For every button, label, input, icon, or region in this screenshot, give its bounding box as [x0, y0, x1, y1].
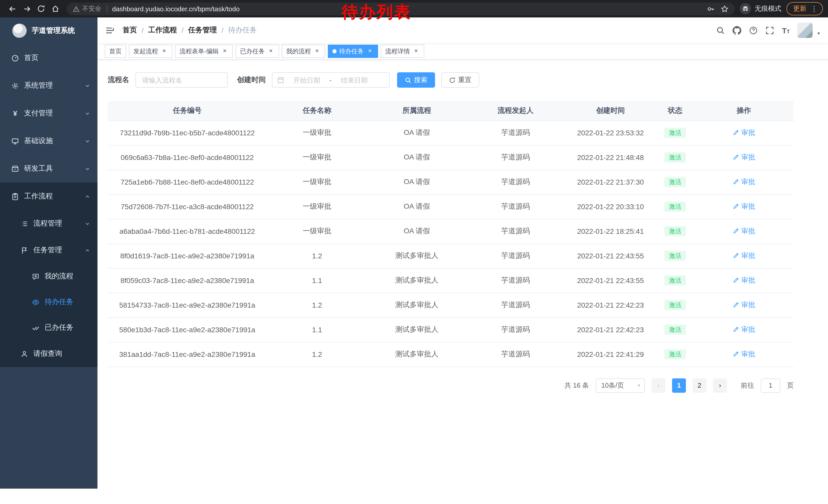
tab-process-form-edit[interactable]: 流程表单-编辑 ×: [175, 45, 233, 58]
github-icon[interactable]: [733, 26, 741, 35]
hamburger-icon: [106, 26, 114, 35]
approve-button[interactable]: 审批: [733, 276, 755, 285]
cell-actions: 审批: [694, 219, 794, 243]
tab-launch-process[interactable]: 发起流程 ×: [129, 45, 172, 58]
toolbox-icon: [11, 165, 19, 173]
tab-home[interactable]: 首页: [105, 45, 126, 58]
cell-actions: 审批: [694, 194, 794, 219]
browser-home-button[interactable]: [48, 2, 63, 16]
logo-avatar: [12, 24, 27, 38]
breadcrumb-task-mgmt[interactable]: 任务管理: [188, 26, 217, 35]
page-2-button[interactable]: 2: [693, 378, 706, 393]
breadcrumb-workflow[interactable]: 工作流程: [148, 26, 177, 35]
col-actions: 操作: [694, 101, 794, 121]
cell-task-name: 一级审批: [267, 219, 367, 243]
close-icon[interactable]: ×: [221, 48, 228, 55]
sidebar-item-home[interactable]: 首页: [0, 44, 97, 72]
close-icon[interactable]: ×: [267, 48, 275, 55]
browser-update-button[interactable]: 更新 ⋮: [786, 2, 823, 15]
approve-button[interactable]: 审批: [733, 153, 755, 162]
search-button[interactable]: 搜索: [397, 72, 435, 88]
breadcrumb-home[interactable]: 首页: [123, 26, 137, 35]
tab-done-task[interactable]: 已办任务 ×: [236, 45, 279, 58]
font-size-icon[interactable]: TT: [782, 26, 790, 35]
date-range-picker[interactable]: -: [272, 72, 390, 88]
sidebar-item-my-process[interactable]: 我的流程: [0, 264, 97, 289]
sidebar-item-done-task[interactable]: 已办任务: [0, 315, 97, 340]
sidebar-item-devtools[interactable]: 研发工具: [0, 155, 97, 183]
tab-process-detail[interactable]: 流程详情 ×: [381, 45, 424, 58]
sidebar-item-payment[interactable]: ¥ 支付管理: [0, 99, 97, 127]
table-row: 8f0d1619-7ac8-11ec-a9e2-a2380e71991a 1.2…: [108, 243, 794, 268]
approve-button[interactable]: 审批: [733, 227, 755, 236]
process-name-input[interactable]: [135, 72, 228, 88]
close-icon[interactable]: ×: [412, 48, 420, 55]
approve-button[interactable]: 审批: [733, 202, 755, 211]
approve-button[interactable]: 审批: [733, 251, 755, 261]
approve-button[interactable]: 审批: [733, 301, 755, 310]
status-badge: 激活: [664, 201, 686, 212]
sidebar-item-task-mgmt[interactable]: 任务管理: [0, 237, 97, 264]
cell-task-id: 069c6a63-7b8a-11ec-8ef0-acde48001122: [108, 145, 267, 170]
chevron-down-icon: [85, 138, 90, 144]
approve-button[interactable]: 审批: [733, 325, 755, 334]
cell-create-time: 2022-01-22 21:37:30: [565, 170, 656, 194]
browser-back-button[interactable]: [5, 2, 19, 16]
password-key-icon[interactable]: [707, 5, 715, 12]
prev-page-button[interactable]: ‹: [652, 378, 665, 393]
reload-icon: [37, 5, 45, 13]
cell-create-time: 2022-01-21 22:42:23: [565, 293, 656, 317]
sidebar-item-todo-task[interactable]: 待办任务: [0, 289, 97, 315]
yen-icon: ¥: [11, 109, 19, 118]
start-date-input[interactable]: [286, 76, 327, 84]
approve-button[interactable]: 审批: [733, 350, 755, 359]
chevron-down-icon: [85, 221, 90, 226]
sidebar-item-infra[interactable]: 基础设施: [0, 127, 97, 155]
logo[interactable]: 芋道管理系统: [0, 17, 97, 44]
sidebar-item-system[interactable]: 系统管理: [0, 72, 97, 99]
cell-task-id: 8f0d1619-7ac8-11ec-a9e2-a2380e71991a: [108, 243, 267, 268]
cell-create-time: 2022-01-21 22:43:55: [565, 243, 656, 268]
approve-button[interactable]: 审批: [733, 177, 755, 187]
cell-starter: 芋道源码: [466, 145, 565, 170]
close-icon[interactable]: ×: [314, 48, 321, 55]
sidebar-item-process-mgmt[interactable]: 流程管理: [0, 210, 97, 237]
approve-button[interactable]: 审批: [733, 128, 755, 137]
sidebar-item-leave-query[interactable]: 请假查询: [0, 340, 97, 367]
site-security-chip[interactable]: 不安全: [73, 4, 101, 13]
page-size-select[interactable]: 10条/页 ▾: [595, 378, 645, 393]
close-icon[interactable]: ×: [161, 48, 168, 55]
sidebar-collapse-button[interactable]: [106, 26, 114, 35]
next-page-button[interactable]: ›: [713, 378, 727, 393]
cell-starter: 芋道源码: [466, 121, 565, 145]
cell-create-time: 2022-01-21 22:43:55: [565, 268, 656, 293]
sidebar-item-workflow[interactable]: 工作流程: [0, 183, 97, 210]
sidebar: 芋道管理系统 首页 系统管理 ¥ 支付管理 基础设施: [0, 17, 97, 489]
close-icon[interactable]: ×: [366, 48, 373, 55]
edit-icon: [733, 130, 739, 136]
user-avatar[interactable]: [797, 22, 813, 38]
cell-task-id: 580e1b3d-7ac8-11ec-a9e2-a2380e71991a: [108, 317, 267, 342]
browser-forward-button[interactable]: [19, 2, 34, 16]
workflow-submenu: 流程管理 任务管理 我的流程 待办任务: [0, 210, 97, 367]
tab-todo-task[interactable]: 待办任务 ×: [328, 45, 378, 58]
browser-reload-button[interactable]: [34, 2, 48, 16]
status-badge: 激活: [664, 128, 686, 138]
cell-process: OA 请假: [367, 121, 466, 145]
page-1-button[interactable]: 1: [672, 378, 686, 393]
kebab-menu-icon[interactable]: ⋮: [811, 5, 818, 12]
gear-icon: [11, 82, 19, 89]
col-create-time: 创建时间: [565, 101, 656, 121]
search-icon[interactable]: [716, 26, 725, 35]
help-icon[interactable]: [749, 26, 758, 35]
table-body: 73211d9d-7b9b-11ec-b5b7-acde48001122 一级审…: [108, 121, 794, 367]
flag-icon: [20, 246, 28, 254]
bookmark-star-icon[interactable]: [721, 5, 729, 12]
fullscreen-icon[interactable]: [765, 26, 774, 35]
tab-my-process[interactable]: 我的流程 ×: [282, 45, 325, 58]
status-badge: 激活: [664, 226, 686, 237]
reset-button[interactable]: 重置: [441, 72, 479, 88]
goto-page-input[interactable]: [761, 378, 780, 393]
url-text: dashboard.yudao.iocoder.cn/bpm/task/todo: [112, 5, 240, 12]
end-date-input[interactable]: [334, 76, 375, 84]
